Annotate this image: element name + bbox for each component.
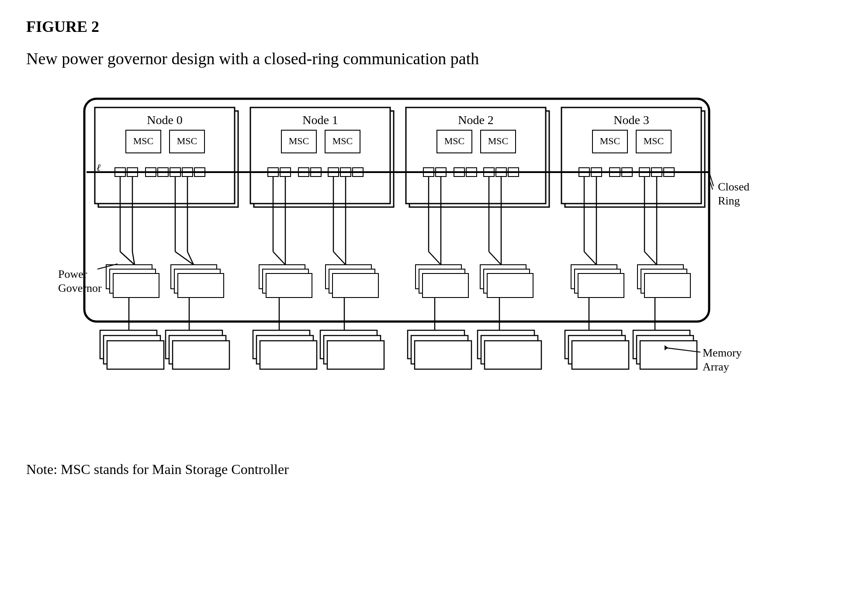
svg-text:MSC: MSC (133, 135, 153, 146)
svg-rect-134 (327, 341, 384, 369)
svg-rect-102 (333, 273, 378, 298)
svg-text:MSC: MSC (444, 135, 464, 146)
svg-text:MSC: MSC (644, 135, 664, 146)
svg-rect-125 (107, 341, 164, 369)
svg-text:Node 3: Node 3 (613, 113, 649, 127)
svg-text:Closed: Closed (718, 180, 749, 193)
svg-text:Array: Array (703, 360, 729, 373)
svg-text:Memory: Memory (703, 346, 742, 359)
figure-subtitle: New power governor design with a closed-… (26, 49, 833, 68)
svg-line-69 (273, 252, 285, 265)
svg-line-89 (644, 252, 657, 265)
svg-line-73 (333, 252, 346, 265)
svg-rect-146 (640, 341, 697, 369)
svg-rect-140 (485, 341, 541, 369)
svg-text:Power: Power (58, 268, 87, 280)
svg-text:MSC: MSC (333, 135, 353, 146)
svg-line-85 (584, 252, 596, 265)
svg-text:MSC: MSC (289, 135, 309, 146)
svg-rect-143 (572, 341, 629, 369)
svg-text:Governor: Governor (58, 282, 102, 294)
svg-text:Ring: Ring (718, 194, 740, 207)
figure-note: Note: MSC stands for Main Storage Contro… (26, 461, 833, 478)
svg-text:Node 2: Node 2 (458, 113, 494, 127)
svg-rect-105 (423, 273, 468, 298)
svg-text:ℓ: ℓ (97, 162, 101, 173)
figure-title: FIGURE 2 (26, 17, 833, 36)
svg-line-81 (489, 252, 501, 265)
svg-text:Node 1: Node 1 (302, 113, 338, 127)
svg-rect-108 (487, 273, 533, 298)
diagram-container: Node 0 Node 1 Node 2 Node 3 MSC MSC MSC … (58, 94, 801, 435)
svg-rect-128 (173, 341, 229, 369)
svg-rect-99 (266, 273, 312, 298)
svg-rect-111 (578, 273, 624, 298)
svg-rect-137 (415, 341, 471, 369)
svg-rect-114 (644, 273, 690, 298)
svg-text:MSC: MSC (488, 135, 508, 146)
svg-text:Node 0: Node 0 (147, 113, 183, 127)
svg-rect-93 (113, 273, 159, 298)
svg-text:MSC: MSC (600, 135, 620, 146)
svg-text:MSC: MSC (177, 135, 197, 146)
svg-rect-131 (260, 341, 317, 369)
svg-rect-96 (178, 273, 224, 298)
diagram-svg: Node 0 Node 1 Node 2 Node 3 MSC MSC MSC … (58, 94, 801, 435)
svg-line-77 (429, 252, 441, 265)
